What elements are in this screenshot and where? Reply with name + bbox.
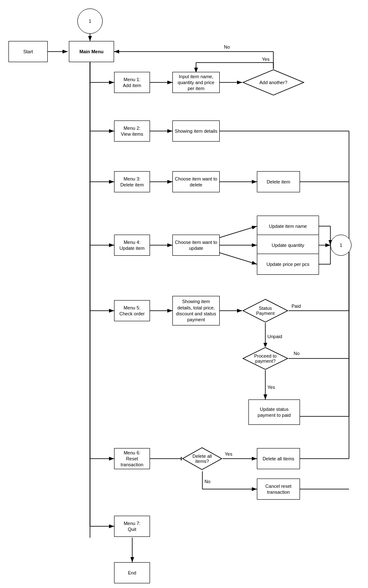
- flowchart-diagram: Yes No: [0, 0, 368, 588]
- svg-text:Unpaid: Unpaid: [267, 334, 282, 339]
- add-another-diamond: Add another?: [242, 69, 305, 96]
- update-qty-box: Update quantity: [257, 235, 319, 256]
- delete-all-diamond: Delete allitems?: [182, 447, 223, 470]
- svg-text:Yes: Yes: [267, 385, 275, 390]
- menu3-box: Menu 3:Delete item: [114, 171, 150, 192]
- svg-text:No: No: [224, 44, 230, 49]
- svg-text:Yes: Yes: [262, 57, 270, 62]
- proceed-payment-diamond: Proceed topayment?: [242, 347, 289, 370]
- menu1-box: Menu 1:Add item: [114, 72, 150, 93]
- menu7-box: Menu 7:Quit: [114, 516, 150, 537]
- input-item-box: Input item name,quantity and priceper it…: [172, 72, 220, 93]
- main-menu-box: Main Menu: [69, 41, 114, 62]
- svg-text:No: No: [294, 351, 300, 356]
- delete-item-box: Delete item: [257, 171, 300, 192]
- show-items-box: Showing item details: [172, 120, 220, 142]
- choose-update-box: Choose item want toupdate: [172, 235, 220, 256]
- start-box: Start: [8, 41, 48, 62]
- svg-text:Paid: Paid: [292, 304, 301, 309]
- update-status-box: Update statuspayment to paid: [248, 399, 300, 425]
- menu5-box: Menu 5:Check order: [114, 300, 150, 321]
- svg-text:No: No: [204, 479, 210, 484]
- connector-1-right: 1: [330, 235, 352, 256]
- choose-delete-box: Choose item want todelete: [172, 171, 220, 192]
- menu6-box: Menu 6:Reset transaction: [114, 448, 150, 469]
- svg-text:Yes: Yes: [225, 451, 232, 457]
- menu4-box: Menu 4:Update item: [114, 235, 150, 256]
- connector-1-top: 1: [77, 8, 103, 34]
- update-name-box: Update item name: [257, 216, 319, 237]
- end-box: End: [114, 562, 150, 583]
- cancel-reset-box: Cancel resettransaction: [257, 479, 300, 500]
- status-payment-diamond: StatusPayment: [242, 298, 289, 323]
- svg-line-28: [220, 226, 257, 238]
- show-order-box: Showing itemdetails, total price,discoun…: [172, 296, 220, 325]
- svg-line-30: [220, 253, 257, 264]
- update-price-box: Update price per pcs: [257, 254, 319, 275]
- delete-all-box: Delete all items: [257, 448, 300, 469]
- menu2-box: Menu 2:View items: [114, 120, 150, 142]
